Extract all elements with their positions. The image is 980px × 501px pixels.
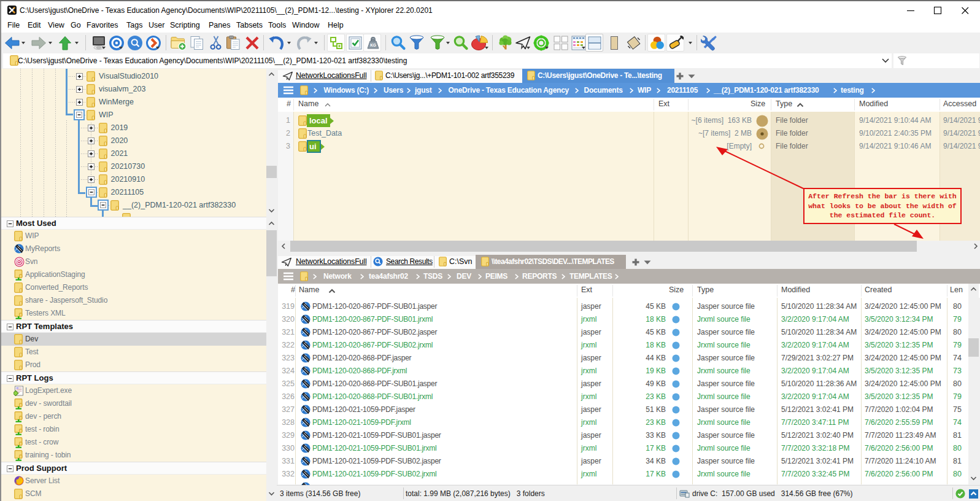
svg-text:KG: KG xyxy=(370,43,376,47)
